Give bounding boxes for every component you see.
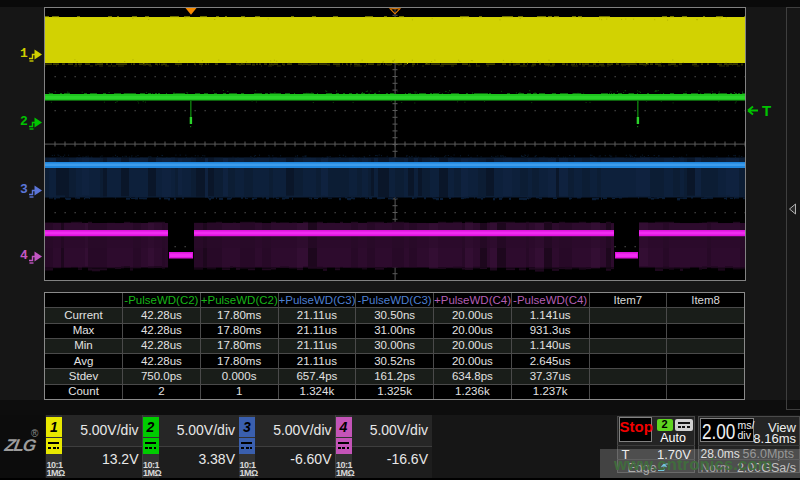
svg-text:T: T [762, 102, 771, 119]
